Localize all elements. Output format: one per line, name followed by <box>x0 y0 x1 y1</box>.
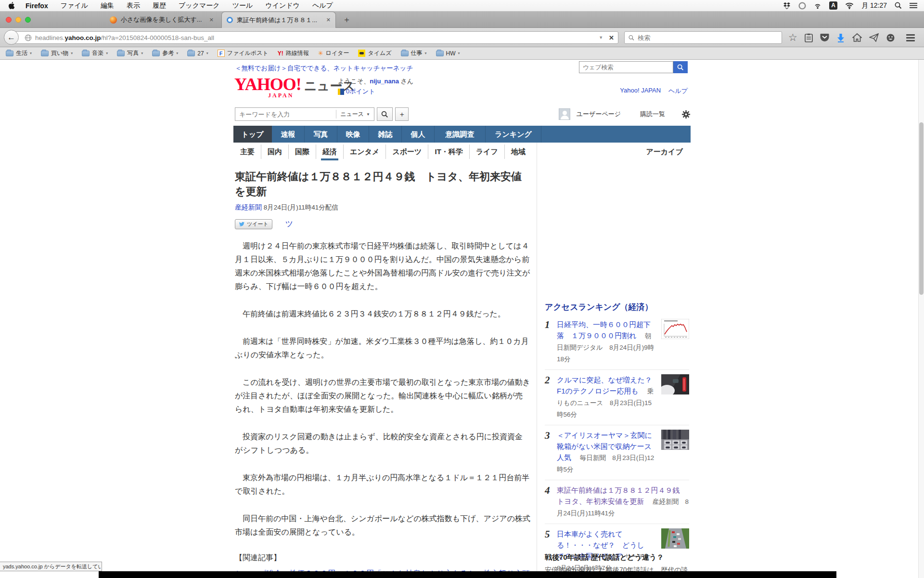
user-avatar[interactable] <box>559 108 570 120</box>
url-text[interactable]: headlines.yahoo.co.jp/hl?a=20150824-0000… <box>35 34 594 41</box>
menu-bookmarks[interactable]: ブックマーク <box>179 1 220 10</box>
home-icon[interactable] <box>852 33 862 42</box>
window-zoom-button[interactable] <box>25 17 31 23</box>
add-keyword-button[interactable]: ＋ <box>395 107 409 121</box>
point-icon <box>338 89 344 95</box>
url-bar[interactable]: headlines.yahoo.co.jp/hl?a=20150824-0000… <box>14 31 618 44</box>
bookmark-times[interactable]: タイムズ <box>358 49 391 57</box>
stop-loading-icon[interactable]: ✕ <box>609 34 614 41</box>
settings-gear-icon[interactable] <box>681 110 691 119</box>
traffic-thumbnail[interactable] <box>661 528 689 549</box>
tab-ranking[interactable]: ランキング <box>486 126 541 143</box>
tab-top[interactable]: トップ <box>233 126 272 143</box>
notification-center-icon[interactable] <box>910 2 917 9</box>
subnav-life[interactable]: ライフ <box>469 144 504 159</box>
help-link[interactable]: ヘルプ <box>668 87 688 95</box>
extra-section-heading[interactable]: 戦後70年談話 歴代談話とどう違う？ <box>545 553 664 562</box>
subnav-it-science[interactable]: IT・科学 <box>428 144 469 159</box>
article-source-link[interactable]: 産経新聞 <box>235 203 262 211</box>
tab-survey[interactable]: 意識調査 <box>435 126 486 143</box>
browser-tab-1[interactable]: 小さな画像を美しく拡大す... ✕ <box>105 12 218 28</box>
bookmark-transit[interactable]: Y!路線情報 <box>278 49 309 57</box>
subnav-region[interactable]: 地域 <box>504 144 532 159</box>
reading-list-icon[interactable] <box>805 33 813 42</box>
dropbox-icon[interactable] <box>783 2 791 9</box>
ranking-link-1[interactable]: 日経平均、一時６００円超下落 １万９０００円割れ <box>557 320 651 340</box>
subnav-main[interactable]: 主要 <box>233 144 261 159</box>
tab-personal[interactable]: 個人 <box>402 126 435 143</box>
new-tab-button[interactable]: ＋ <box>343 14 351 25</box>
menu-view[interactable]: 表示 <box>127 1 140 10</box>
antenna-icon[interactable] <box>814 2 821 9</box>
browser-search-field[interactable] <box>624 31 782 44</box>
yahoo-japan-link[interactable]: Yahoo! JAPAN <box>620 87 661 95</box>
bookmark-folder-hw[interactable]: HW▾ <box>436 50 460 57</box>
userpage-link[interactable]: ユーザーページ <box>577 110 621 118</box>
wifi-icon[interactable] <box>845 2 854 9</box>
username-link[interactable]: niju_nana <box>370 78 399 85</box>
browser-tab-2-active[interactable]: 東証午前終値は１万８８１... ✕ <box>221 12 336 28</box>
apple-icon[interactable] <box>9 2 15 9</box>
tab-photo[interactable]: 写真 <box>305 126 337 143</box>
window-minimize-button[interactable] <box>15 17 21 23</box>
web-search-button[interactable] <box>673 61 688 73</box>
site-identity-globe-icon[interactable] <box>25 34 32 41</box>
points-link[interactable]: 0ポイント <box>338 87 375 96</box>
creative-cloud-icon[interactable] <box>798 2 806 10</box>
bookmark-folder-shopping[interactable]: 買い物▾ <box>41 49 73 57</box>
menu-window[interactable]: ウインドウ <box>265 1 300 10</box>
line-share-glyph[interactable]: ツ <box>285 219 293 229</box>
tab-flash[interactable]: 速報 <box>272 126 305 143</box>
tab1-close-icon[interactable]: ✕ <box>209 17 214 23</box>
bookmark-folder-music[interactable]: 音楽▾ <box>82 49 108 57</box>
web-search-input[interactable] <box>579 61 673 73</box>
subnav-world[interactable]: 国際 <box>288 144 316 159</box>
input-method-badge[interactable]: A <box>829 1 837 10</box>
bookmark-star-icon[interactable]: ☆ <box>788 33 797 42</box>
menu-history[interactable]: 履歴 <box>153 1 166 10</box>
keyword-search-input[interactable] <box>235 111 336 118</box>
search-scope-dropdown[interactable]: ニュース▼ <box>336 110 374 118</box>
promo-ad-link[interactable]: ＜無料でお届け＞自宅でできる、ネットキャッチャーネッチ <box>235 64 413 73</box>
keyword-search-box[interactable]: ニュース▼ <box>235 107 374 121</box>
downloads-icon[interactable] <box>836 33 845 42</box>
bookmark-folder-life[interactable]: 生活▾ <box>6 49 32 57</box>
car-thumbnail[interactable] <box>661 374 689 394</box>
spotlight-icon[interactable] <box>895 2 902 9</box>
bookmark-reuters[interactable]: ✳ロイター <box>318 49 349 57</box>
pocket-icon[interactable] <box>820 33 829 42</box>
storage-thumbnail[interactable] <box>661 430 689 450</box>
tab2-close-icon[interactable]: ✕ <box>326 17 331 23</box>
url-dropdown-icon[interactable]: ▼ <box>599 35 603 40</box>
subnav-sports[interactable]: スポーツ <box>385 144 428 159</box>
subnav-economy[interactable]: 経済 <box>316 144 343 159</box>
share-plane-icon[interactable] <box>869 33 879 42</box>
subscriptions-link[interactable]: 購読一覧 <box>640 110 665 118</box>
hamburger-menu-icon[interactable] <box>906 34 915 41</box>
news-search-button[interactable] <box>377 107 393 121</box>
feedback-smiley-icon[interactable] <box>886 33 895 42</box>
menu-firefox[interactable]: Firefox <box>26 2 48 10</box>
bookmark-folder-photo[interactable]: 写真▾ <box>117 49 143 57</box>
subnav-entertainment[interactable]: エンタメ <box>343 144 385 159</box>
browser-search-input[interactable] <box>638 34 778 41</box>
menu-help[interactable]: ヘルプ <box>312 1 333 10</box>
page-scrollbar-track[interactable] <box>918 60 924 578</box>
tweet-button[interactable]: ツイート <box>235 219 272 229</box>
menu-file[interactable]: ファイル <box>61 1 88 10</box>
menubar-clock[interactable]: 月 12:27 <box>861 1 887 10</box>
menu-edit[interactable]: 編集 <box>101 1 114 10</box>
subnav-domestic[interactable]: 国内 <box>261 144 288 159</box>
page-scrollbar-thumb[interactable] <box>919 122 924 295</box>
tab-magazine[interactable]: 雑誌 <box>369 126 402 143</box>
bookmark-folder-work[interactable]: 仕事▾ <box>401 49 427 57</box>
window-close-button[interactable] <box>6 17 12 23</box>
bookmark-folder-27[interactable]: 27▾ <box>187 50 208 57</box>
menu-tools[interactable]: ツール <box>232 1 253 10</box>
bookmark-filepost[interactable]: Fファイルポスト <box>218 49 269 57</box>
back-button[interactable]: ← <box>4 30 19 45</box>
chart-thumbnail[interactable] <box>661 319 689 339</box>
ranking-item-3: 3 ＜アイリスオーヤマ＞玄関に靴箱がない米国で収納ケース人気 毎日新聞 8月23… <box>545 425 689 480</box>
bookmark-folder-reference[interactable]: 参考▾ <box>152 49 178 57</box>
tab-video[interactable]: 映像 <box>337 126 369 143</box>
